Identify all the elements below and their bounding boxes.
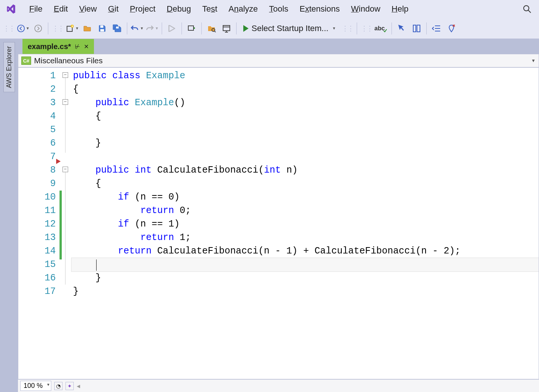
play-icon [243, 25, 249, 32]
menu-project[interactable]: Project [125, 2, 161, 16]
svg-point-2 [18, 25, 24, 31]
close-tab-icon[interactable]: ✕ [84, 43, 89, 50]
svg-rect-10 [188, 26, 194, 30]
menu-git[interactable]: Git [103, 2, 124, 16]
file-tab-label: example.cs* [28, 42, 71, 51]
svg-point-0 [524, 6, 529, 11]
health-indicator-icon[interactable]: ◔ [54, 382, 63, 390]
visual-studio-logo-icon [6, 4, 16, 14]
new-project-button[interactable]: ✦ ▼ [66, 21, 79, 36]
drag-handle-icon[interactable]: ⋮⋮ [360, 24, 373, 33]
undo-button[interactable]: ▼ [130, 21, 144, 36]
svg-point-3 [35, 25, 42, 31]
cursor-select-button[interactable] [395, 21, 408, 36]
menu-view[interactable]: View [74, 2, 102, 16]
fold-toggle-icon[interactable]: − [63, 167, 68, 172]
svg-rect-7 [100, 25, 103, 28]
find-in-files-button[interactable] [205, 21, 218, 36]
svg-line-12 [214, 31, 216, 32]
svg-text:✦: ✦ [71, 25, 74, 28]
svg-rect-9 [116, 27, 119, 28]
svg-rect-13 [223, 25, 230, 31]
nav-forward-button[interactable] [31, 21, 45, 36]
menu-bar: File Edit View Git Project Debug Test An… [0, 0, 539, 18]
startup-label: Select Startup Item... [252, 24, 328, 33]
main-toolbar: ⋮⋮ ▼ ⋮⋮ ✦ ▼ ▼ ▼ Selec [0, 18, 539, 39]
menu-edit[interactable]: Edit [48, 2, 73, 16]
open-file-button[interactable] [80, 21, 94, 36]
menu-analyze[interactable]: Analyze [223, 2, 263, 16]
line-number-gutter: 1234567891011121314151617 [18, 68, 60, 379]
save-all-button[interactable] [110, 21, 124, 36]
fold-column: − − − [62, 68, 71, 379]
file-tab-example[interactable]: example.cs* ⊬ ✕ [22, 39, 94, 54]
fold-toggle-icon[interactable]: − [63, 99, 68, 105]
drag-handle-icon[interactable]: ⋮⋮ [2, 24, 15, 33]
toggle-bookmark-button[interactable] [445, 21, 458, 36]
spellcheck-button[interactable]: abc [374, 21, 389, 36]
code-content[interactable]: public class Example { public Example() … [71, 68, 539, 379]
pin-tab-icon[interactable]: ⊬ [75, 43, 80, 50]
attach-to-process-button[interactable] [185, 21, 198, 36]
csharp-badge-icon: C# [21, 57, 31, 65]
nav-back-button[interactable]: ▼ [16, 21, 30, 36]
menu-extensions[interactable]: Extensions [294, 2, 345, 16]
chevron-left-icon[interactable]: ◂ [77, 382, 80, 390]
tab-strip: example.cs* ⊬ ✕ [18, 39, 539, 54]
drag-handle-icon[interactable]: ⋮⋮ [51, 24, 64, 33]
menu-test[interactable]: Test [197, 2, 222, 16]
context-scope: Miscellaneous Files [34, 56, 103, 65]
context-bar[interactable]: C# Miscellaneous Files ▼ [18, 54, 539, 67]
menu-window[interactable]: Window [346, 2, 386, 16]
svg-rect-16 [417, 25, 420, 32]
outdent-button[interactable] [430, 21, 443, 36]
svg-rect-8 [100, 29, 104, 31]
start-debugging-button[interactable]: Select Startup Item... ▼ [240, 21, 339, 36]
menu-tools[interactable]: Tools [264, 2, 293, 16]
solution-explorer-button[interactable] [410, 21, 423, 36]
browser-link-button[interactable] [220, 21, 233, 36]
menu-debug[interactable]: Debug [161, 2, 196, 16]
zoom-dropdown[interactable]: 100 % [20, 381, 51, 391]
svg-rect-15 [413, 25, 416, 32]
chevron-down-icon[interactable]: ▼ [531, 58, 536, 63]
code-editor[interactable]: 1234567891011121314151617 − − − public c… [18, 67, 539, 379]
editor-status-bar: 100 % ◔ ✦ ◂ [18, 379, 539, 392]
redo-button[interactable]: ▼ [145, 21, 159, 36]
sidebar: AWS Explorer [0, 39, 18, 392]
start-without-debugging-button[interactable] [165, 21, 179, 36]
svg-line-1 [528, 10, 531, 13]
menu-file[interactable]: File [24, 2, 48, 16]
fold-toggle-icon[interactable]: − [63, 72, 68, 78]
save-button[interactable] [95, 21, 109, 36]
breakpoint-marker-icon[interactable] [56, 159, 61, 164]
search-icon[interactable] [523, 4, 532, 13]
aws-explorer-tab[interactable]: AWS Explorer [3, 42, 15, 92]
drag-handle-icon[interactable]: ⋮⋮ [341, 24, 354, 33]
intellicode-icon[interactable]: ✦ [66, 382, 74, 390]
menu-help[interactable]: Help [386, 2, 414, 16]
